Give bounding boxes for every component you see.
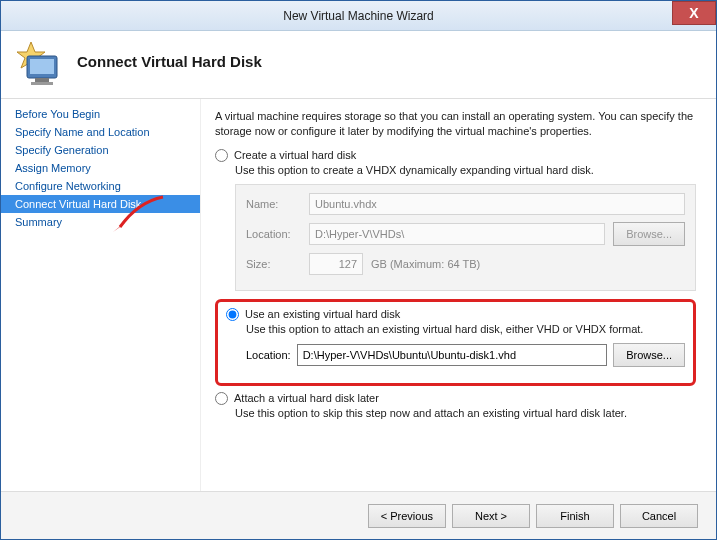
- wizard-body: Before You Begin Specify Name and Locati…: [1, 99, 716, 491]
- window-title: New Virtual Machine Wizard: [283, 9, 434, 23]
- radio-existing[interactable]: [226, 308, 239, 321]
- annotation-highlight: Use an existing virtual hard disk Use th…: [215, 299, 696, 386]
- option-later: Attach a virtual hard disk later Use thi…: [215, 392, 696, 419]
- svg-rect-4: [31, 82, 53, 85]
- cancel-button[interactable]: Cancel: [620, 504, 698, 528]
- option-existing: Use an existing virtual hard disk Use th…: [226, 308, 685, 367]
- radio-create-label: Create a virtual hard disk: [234, 149, 356, 161]
- nav-before-you-begin[interactable]: Before You Begin: [1, 105, 200, 123]
- nav-specify-name-location[interactable]: Specify Name and Location: [1, 123, 200, 141]
- nav-configure-networking[interactable]: Configure Networking: [1, 177, 200, 195]
- nav-connect-virtual-hard-disk[interactable]: Connect Virtual Hard Disk: [1, 195, 200, 213]
- create-location-label: Location:: [246, 228, 301, 240]
- create-location-input: [309, 223, 605, 245]
- radio-later-label: Attach a virtual hard disk later: [234, 392, 379, 404]
- wizard-header: Connect Virtual Hard Disk: [1, 31, 716, 99]
- create-name-label: Name:: [246, 198, 301, 210]
- existing-desc: Use this option to attach an existing vi…: [246, 323, 685, 335]
- option-create: Create a virtual hard disk Use this opti…: [215, 149, 696, 291]
- create-size-input: [309, 253, 363, 275]
- close-button[interactable]: X: [672, 1, 716, 25]
- finish-button[interactable]: Finish: [536, 504, 614, 528]
- page-title: Connect Virtual Hard Disk: [77, 53, 262, 70]
- create-desc: Use this option to create a VHDX dynamic…: [235, 164, 696, 176]
- create-browse-button: Browse...: [613, 222, 685, 246]
- svg-rect-2: [30, 59, 54, 74]
- nav-specify-generation[interactable]: Specify Generation: [1, 141, 200, 159]
- wizard-window: New Virtual Machine Wizard X Connect Vir…: [0, 0, 717, 540]
- nav-summary[interactable]: Summary: [1, 213, 200, 231]
- existing-location-input[interactable]: [297, 344, 607, 366]
- svg-rect-3: [35, 78, 49, 82]
- create-size-label: Size:: [246, 258, 301, 270]
- radio-create[interactable]: [215, 149, 228, 162]
- next-button[interactable]: Next >: [452, 504, 530, 528]
- existing-browse-button[interactable]: Browse...: [613, 343, 685, 367]
- radio-later[interactable]: [215, 392, 228, 405]
- nav-assign-memory[interactable]: Assign Memory: [1, 159, 200, 177]
- titlebar: New Virtual Machine Wizard X: [1, 1, 716, 31]
- create-panel: Name: Location: Browse... Size: GB (Maxi…: [235, 184, 696, 291]
- wizard-footer: < Previous Next > Finish Cancel: [1, 491, 716, 539]
- radio-existing-label: Use an existing virtual hard disk: [245, 308, 400, 320]
- create-name-input: [309, 193, 685, 215]
- close-icon: X: [689, 5, 698, 21]
- existing-location-label: Location:: [246, 349, 291, 361]
- intro-text: A virtual machine requires storage so th…: [215, 109, 696, 139]
- create-size-unit: GB (Maximum: 64 TB): [371, 258, 480, 270]
- content: A virtual machine requires storage so th…: [201, 99, 716, 491]
- previous-button[interactable]: < Previous: [368, 504, 446, 528]
- wizard-icon: [13, 40, 63, 90]
- later-desc: Use this option to skip this step now an…: [235, 407, 696, 419]
- sidebar: Before You Begin Specify Name and Locati…: [1, 99, 201, 491]
- existing-panel: Location: Browse...: [246, 343, 685, 367]
